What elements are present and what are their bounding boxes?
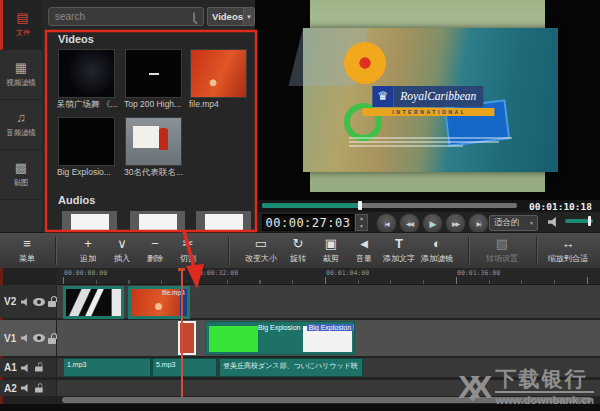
clip-a1-2[interactable]: 5.mp3 xyxy=(152,358,217,377)
audio-thumbnail-1[interactable] xyxy=(62,211,117,233)
playhead[interactable] xyxy=(181,268,183,397)
visibility-icon[interactable] xyxy=(33,334,44,342)
cut-button[interactable]: ✂ 切割 xyxy=(180,236,197,265)
insert-button[interactable]: ∨ 插入 xyxy=(114,236,131,265)
seek-bar[interactable] xyxy=(262,203,517,208)
sidebar-item-stickers[interactable]: ▩ 贴图 xyxy=(0,150,42,200)
video-thumbnail-3[interactable] xyxy=(190,49,247,98)
video-thumbnail-1[interactable] xyxy=(58,49,115,98)
mute-icon[interactable] xyxy=(21,298,29,306)
timeline-ruler[interactable]: 00:00:00:00 00:00:32:00 00:01:04:00 00:0… xyxy=(57,268,600,285)
logo-row: ♛ RoyalCaribbean xyxy=(372,86,483,107)
crown-icon: ♛ xyxy=(372,86,393,107)
lock-icon[interactable] xyxy=(35,387,43,392)
ruler-major-ticks xyxy=(57,277,600,284)
track-header-a1[interactable]: A1 xyxy=(0,358,56,377)
track-name: A2 xyxy=(4,383,17,394)
step-up-icon[interactable]: ▲ xyxy=(356,215,367,223)
volume-icon: ◀ xyxy=(360,236,368,252)
toolbar-label: 转场设置 xyxy=(486,253,518,264)
seek-bar-row: 00:01:10:18 xyxy=(255,200,600,212)
toolbar-separator xyxy=(228,237,230,265)
fit-arrows-icon: ↔ xyxy=(562,236,575,252)
plus-icon: + xyxy=(84,236,92,252)
audios-section-header: Audios xyxy=(58,194,95,206)
rotate-button[interactable]: ↻ 旋转 xyxy=(290,236,307,265)
clip-a1-3[interactable]: 登美丘高校ダンス部、ついにハリウッド映画「グ xyxy=(219,358,363,377)
lock-icon[interactable] xyxy=(48,338,56,344)
video-thumbnail-4[interactable] xyxy=(58,117,115,166)
ruler-label: 00:01:04:00 xyxy=(326,269,369,277)
video-thumbnail-5[interactable] xyxy=(125,117,182,166)
speaker-icon[interactable] xyxy=(548,217,559,227)
track-lane-v1[interactable]: Big Explosion - Big Explosion! xyxy=(57,320,600,356)
skip-end-button[interactable]: ▶| xyxy=(468,213,489,234)
transition-settings-button[interactable]: ▨ 转场设置 xyxy=(485,236,519,265)
video-name: 呆萌广场舞 《... xyxy=(57,99,119,111)
orange-ride xyxy=(344,42,386,84)
current-timecode: 00:00:27:03 xyxy=(262,214,354,231)
resize-button[interactable]: ▭ 改变大小 xyxy=(244,236,278,265)
ruler-label: 00:01:36:00 xyxy=(457,269,500,277)
add-text-button[interactable]: T 添加文字 xyxy=(382,236,416,265)
volume-slider[interactable] xyxy=(565,219,593,223)
videos-section-header: Videos xyxy=(58,33,94,45)
video-thumbnail-2[interactable] xyxy=(125,49,182,98)
audio-thumbnail-3[interactable] xyxy=(196,211,251,233)
toolbar-separator xyxy=(468,237,470,265)
zoom-to-fit-button[interactable]: ↔ 缩放到合适 xyxy=(547,236,590,265)
sidebar-item-files[interactable]: ▤ 文件 xyxy=(0,0,42,50)
play-button[interactable]: ▶ xyxy=(422,213,443,234)
edit-toolbar: ≡ 菜单 + 追加 ∨ 插入 − 删除 ✂ 切割 ▭ 改变大小 ↻ 旋转 xyxy=(0,232,600,270)
toolbar-label: 缩放到合适 xyxy=(548,253,588,264)
clip-v2-1[interactable] xyxy=(63,286,124,319)
clip-v1-big-explosion[interactable]: Big Explosion - Big Explosion! xyxy=(205,321,355,355)
toolbar-label: 改变大小 xyxy=(245,253,277,264)
mute-icon[interactable] xyxy=(21,363,30,372)
track-lane-v2[interactable]: file.mp4 xyxy=(57,285,600,318)
rotate-icon: ↻ xyxy=(293,236,304,252)
media-library-panel: Videos ▼ Videos 呆萌广场舞 《... Top 200 High.… xyxy=(42,0,255,232)
toolbar-separator xyxy=(55,237,57,265)
skip-start-button[interactable]: |◀ xyxy=(376,213,397,234)
rewind-button[interactable]: ◀◀ xyxy=(399,213,420,234)
preview-zoom-dropdown[interactable]: 适合的 ▼ xyxy=(489,215,538,231)
track-header-a2[interactable]: A2 xyxy=(0,380,56,396)
thumbnail-text-mark xyxy=(149,73,159,75)
step-down-icon[interactable]: ▼ xyxy=(356,223,367,231)
append-button[interactable]: + 追加 xyxy=(80,236,97,265)
menu-button[interactable]: ≡ 菜单 xyxy=(19,236,36,265)
media-type-value: Videos xyxy=(208,11,243,22)
fast-forward-button[interactable]: ▶▶ xyxy=(445,213,466,234)
track-header-v1[interactable]: V1 xyxy=(0,320,56,356)
playhead-marker xyxy=(178,268,185,271)
watermark-name: 下载银行 xyxy=(495,368,587,390)
add-filter-button[interactable]: ◐ 添加滤镜 xyxy=(420,236,454,265)
visibility-icon[interactable] xyxy=(33,298,44,306)
seek-handle[interactable] xyxy=(358,201,362,210)
search-icon xyxy=(193,12,195,22)
sidebar-item-video-filters[interactable]: ▦ 视频滤镜 xyxy=(0,50,42,100)
volume-knob[interactable] xyxy=(588,216,592,226)
app-window: ▤ 文件 ▦ 视频滤镜 ♫ 音频滤镜 ▩ 贴图 Videos ▼ Videos xyxy=(0,0,600,411)
delete-button[interactable]: − 删除 xyxy=(147,236,164,265)
mute-icon[interactable] xyxy=(21,334,29,342)
timecode-stepper[interactable]: ▲ ▼ xyxy=(355,214,368,231)
media-type-dropdown[interactable]: Videos ▼ xyxy=(207,7,255,26)
search-input[interactable] xyxy=(49,11,193,22)
volume-button[interactable]: ◀ 音量 xyxy=(356,236,373,265)
sidebar-item-audio-filters[interactable]: ♫ 音频滤镜 xyxy=(0,100,42,150)
lock-icon[interactable] xyxy=(48,301,56,307)
mute-icon[interactable] xyxy=(21,384,30,393)
audio-thumbnail-2[interactable] xyxy=(130,211,185,233)
clip-label: 登美丘高校ダンス部、ついにハリウッド映画「グ xyxy=(223,361,358,371)
clip-a1-1[interactable]: 1.mp3 xyxy=(63,358,151,377)
logo-title: RoyalCaribbean xyxy=(393,86,483,107)
chevron-down-icon: ▼ xyxy=(243,8,254,25)
toolbar-label: 裁剪 xyxy=(323,253,339,264)
insert-icon: ∨ xyxy=(117,236,127,252)
track-header-v2[interactable]: V2 xyxy=(0,285,56,318)
lock-icon[interactable] xyxy=(35,366,43,371)
crop-button[interactable]: ▣ 裁剪 xyxy=(323,236,340,265)
transition-icon: ▨ xyxy=(496,236,508,252)
